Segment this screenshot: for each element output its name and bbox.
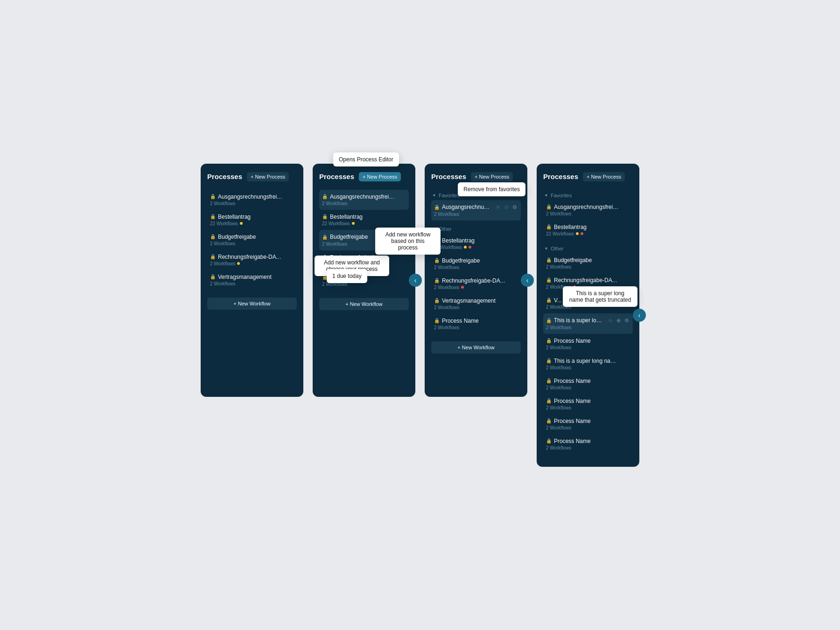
new-workflow-button-1[interactable]: + New Workflow <box>207 298 297 310</box>
list-item[interactable]: 🔒 Rechnungsfreigabe-DATEV 2 Workflows <box>543 273 633 293</box>
star-icon[interactable]: ☆ <box>607 317 614 324</box>
workflow-count: 2 Workflows <box>434 285 518 290</box>
favorites-section-header[interactable]: ▼ Favorites <box>431 190 521 200</box>
new-workflow-button-3[interactable]: + New Workflow <box>431 341 521 353</box>
panel-wrapper-4: Processes + New Process ▼ Favorites 🔒 Au… <box>537 164 639 467</box>
process-name: This is a super long... <box>554 317 605 324</box>
process-name: V... <box>330 274 338 281</box>
list-item[interactable]: 🔒 Ausgangsrechnungsfreigabe 2 Workflows <box>319 190 409 210</box>
process-name: V... <box>554 297 562 304</box>
new-process-button-2[interactable]: + New Process <box>359 172 401 181</box>
arrow-left-button-3[interactable]: ‹ <box>521 274 534 287</box>
lock-icon: 🔒 <box>210 254 216 259</box>
gear-icon[interactable]: ⚙ <box>399 234 406 241</box>
list-item[interactable]: 🔒 Budgetfreigabe 2 Workflows <box>207 230 297 250</box>
dot-red <box>469 246 471 249</box>
other-section-header[interactable]: ▼ Other <box>431 223 521 234</box>
lock-icon: 🔒 <box>322 235 328 240</box>
cursor-icon: ☞ <box>495 204 501 211</box>
dot-red <box>581 232 583 235</box>
list-item[interactable]: 🔒 Budgetfreigabe ☆ ⊕ ⚙ 2 Workflows Add n… <box>319 230 409 250</box>
list-item[interactable]: 🔒 Rechnungsfreigabe-... 2 Workflows <box>319 250 409 270</box>
lock-icon: 🔒 <box>546 204 552 209</box>
lock-icon: 🔒 <box>322 255 328 260</box>
lock-icon: 🔒 <box>210 214 216 219</box>
panel-wrapper-1: Processes + New Process 🔒 Ausgangsrechnu… <box>201 164 303 397</box>
process-name: Budgetfreigabe <box>330 234 368 240</box>
new-process-button-4[interactable]: + New Process <box>583 172 625 181</box>
list-item[interactable]: 🔒 This is a super long name... 2 Workflo… <box>543 354 633 374</box>
star-icon[interactable]: ☆ <box>503 204 510 211</box>
gear-icon[interactable]: ⚙ <box>511 204 518 211</box>
list-item[interactable]: 🔒 Bestellantrag 22 Workflows <box>207 210 297 230</box>
lock-icon: 🔒 <box>434 298 440 303</box>
process-name: Budgetfreigabe <box>442 257 480 264</box>
list-item[interactable]: 🔒 Ausgangsrechnungsfreigabe 2 Workflows <box>543 200 633 220</box>
list-item[interactable]: 🔒 V... 2 Workflows <box>319 270 409 291</box>
workflow-count: 2 Workflows <box>546 365 630 370</box>
list-item[interactable]: 🔒 Vertragsmanagement 2 Workflows <box>431 294 521 314</box>
lock-icon: 🔒 <box>546 277 552 283</box>
lock-icon: 🔒 <box>546 438 552 443</box>
list-item[interactable]: 🔒 Budgetfreigabe 2 Workflows <box>431 254 521 274</box>
workflow-count: 2 Workflows <box>434 212 518 217</box>
list-item[interactable]: 🔒 This is a super long... ☆ ⊕ ⚙ 2 Workfl… <box>543 313 633 334</box>
process-name: Bestellantrag <box>330 214 363 220</box>
lock-icon: 🔒 <box>546 378 552 383</box>
workflow-count: 2 Workflows <box>210 201 294 206</box>
workflow-count: 2 Workflows <box>546 264 630 270</box>
favorites-section-header-4[interactable]: ▼ Favorites <box>543 190 633 200</box>
workflow-count: 22 Workflows <box>434 245 518 250</box>
star-icon[interactable]: ☆ <box>383 234 390 241</box>
chevron-down-icon: ▼ <box>544 193 548 198</box>
list-item[interactable]: 🔒 Budgetfreigabe 2 Workflows <box>543 253 633 273</box>
list-item[interactable]: 🔒 Ausgangsrechnungsfreigabe 2 Workflows <box>207 190 297 210</box>
lock-icon: 🔒 <box>546 338 552 343</box>
favorites-label-4: Favorites <box>551 193 572 198</box>
list-item[interactable]: 🔒 Process Name 2 Workflows <box>543 334 633 354</box>
workflow-count: 2 Workflows <box>546 405 630 410</box>
process-name: Process Name <box>554 398 591 404</box>
panel-4: Processes + New Process ▼ Favorites 🔒 Au… <box>537 164 639 467</box>
lock-icon: 🔒 <box>210 194 216 199</box>
workflow-add-icon[interactable]: ⊕ <box>392 234 398 241</box>
new-workflow-button-2[interactable]: + New Workflow <box>319 298 409 310</box>
arrow-left-button-2[interactable]: ‹ <box>409 274 422 287</box>
list-item[interactable]: 🔒 Rechnungsfreigabe-DATEV 2 Workflows <box>431 274 521 294</box>
arrow-left-button-4[interactable]: ‹ <box>633 309 646 322</box>
list-item[interactable]: 🔒 V... 2 Workflows <box>543 293 633 313</box>
dot-yellow <box>464 246 467 249</box>
list-item[interactable]: 🔒 Bestellantrag 22 Workflows <box>543 220 633 240</box>
panel-1-title: Processes <box>207 173 242 180</box>
panels-container: Processes + New Process 🔒 Ausgangsrechnu… <box>201 164 639 467</box>
workflow-count: 2 Workflows <box>210 241 294 246</box>
list-item[interactable]: 🔒 Process Name 2 Workflows <box>543 414 633 434</box>
list-item[interactable]: 🔒 Process Name 2 Workflows <box>431 314 521 334</box>
workflow-count: 2 Workflows <box>546 211 630 216</box>
gear-icon[interactable]: ⚙ <box>623 317 630 324</box>
process-name: Budgetfreigabe <box>218 234 256 240</box>
new-process-button-1[interactable]: + New Process <box>247 172 289 181</box>
panel-2-title: Processes <box>319 173 354 180</box>
new-process-button-3[interactable]: + New Process <box>471 172 513 181</box>
list-item[interactable]: 🔒 Rechnungsfreigabe-DATEV 2 Workflows <box>207 250 297 270</box>
lock-icon: 🔒 <box>210 234 216 239</box>
list-item[interactable]: 🔒 Ausgangsrechnungsfr... ☞ ☆ ⚙ 2 Workflo… <box>431 200 521 221</box>
list-item[interactable]: 🔒 Process Name 2 Workflows <box>543 434 633 454</box>
list-item[interactable]: 🔒 Vertragsmanagement 2 Workflows <box>207 270 297 290</box>
list-item[interactable]: 🔒 Bestellantrag 22 Workflows <box>319 210 409 230</box>
other-section-header-4[interactable]: ▼ Other <box>543 243 633 253</box>
process-name: Bestellantrag <box>218 214 251 220</box>
workflow-count: 2 Workflows <box>322 282 406 287</box>
process-name: Process Name <box>554 338 591 344</box>
workflow-count: 22 Workflows <box>322 221 406 226</box>
process-name: Process Name <box>554 438 591 444</box>
process-name: Ausgangsrechnungsfreigabe <box>218 194 283 200</box>
workflow-add-icon[interactable]: ⊕ <box>616 317 622 324</box>
workflow-count: 2 Workflows <box>546 385 630 390</box>
list-item[interactable]: 🔒 Bestellantrag 22 Workflows <box>431 234 521 254</box>
list-item[interactable]: 🔒 Process Name 2 Workflows <box>543 394 633 414</box>
process-actions: ☆ ⊕ ⚙ <box>383 234 406 241</box>
workflow-count: 2 Workflows <box>434 305 518 310</box>
list-item[interactable]: 🔒 Process Name 2 Workflows <box>543 374 633 394</box>
